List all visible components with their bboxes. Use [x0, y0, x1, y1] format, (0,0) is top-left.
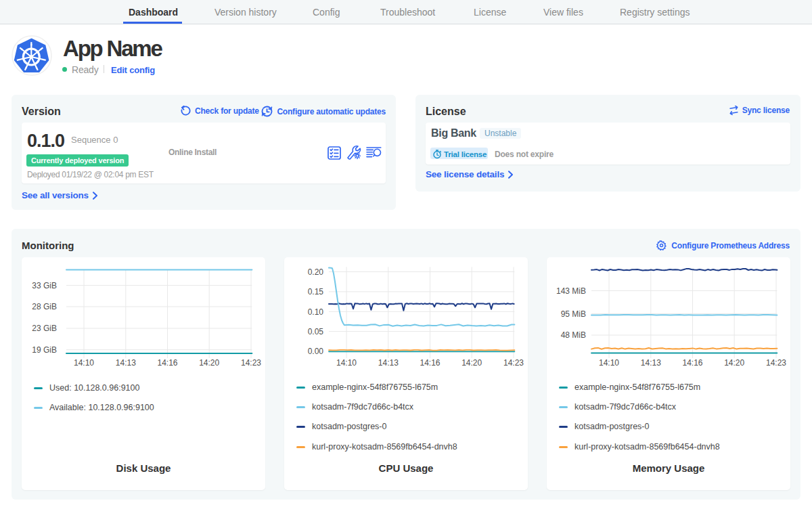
svg-text:14:20: 14:20: [461, 358, 482, 368]
svg-text:14:10: 14:10: [336, 358, 357, 368]
svg-text:19 GiB: 19 GiB: [32, 345, 57, 355]
svg-text:14:16: 14:16: [157, 358, 177, 368]
svg-text:14:13: 14:13: [378, 358, 399, 368]
svg-text:14:23: 14:23: [241, 358, 261, 368]
svg-text:0.05: 0.05: [308, 327, 324, 336]
svg-text:23 GiB: 23 GiB: [32, 324, 57, 333]
svg-text:48 MiB: 48 MiB: [561, 330, 586, 340]
svg-text:0.20: 0.20: [308, 267, 324, 277]
svg-text:14:10: 14:10: [74, 358, 94, 368]
svg-text:0.10: 0.10: [308, 307, 324, 317]
svg-text:14:10: 14:10: [599, 358, 619, 368]
svg-text:14:23: 14:23: [503, 358, 524, 368]
svg-text:14:13: 14:13: [116, 358, 136, 368]
svg-text:14:23: 14:23: [766, 358, 786, 368]
svg-text:28 GiB: 28 GiB: [32, 302, 57, 311]
svg-text:143 MiB: 143 MiB: [556, 286, 586, 296]
svg-text:14:16: 14:16: [420, 358, 440, 368]
svg-text:14:20: 14:20: [724, 358, 744, 368]
svg-text:95 MiB: 95 MiB: [561, 309, 586, 319]
svg-text:14:16: 14:16: [682, 358, 702, 368]
svg-text:14:20: 14:20: [199, 358, 219, 368]
svg-text:0.15: 0.15: [308, 287, 324, 297]
svg-text:14:13: 14:13: [641, 358, 661, 368]
svg-text:0.00: 0.00: [308, 347, 324, 356]
svg-text:33 GiB: 33 GiB: [32, 281, 57, 290]
